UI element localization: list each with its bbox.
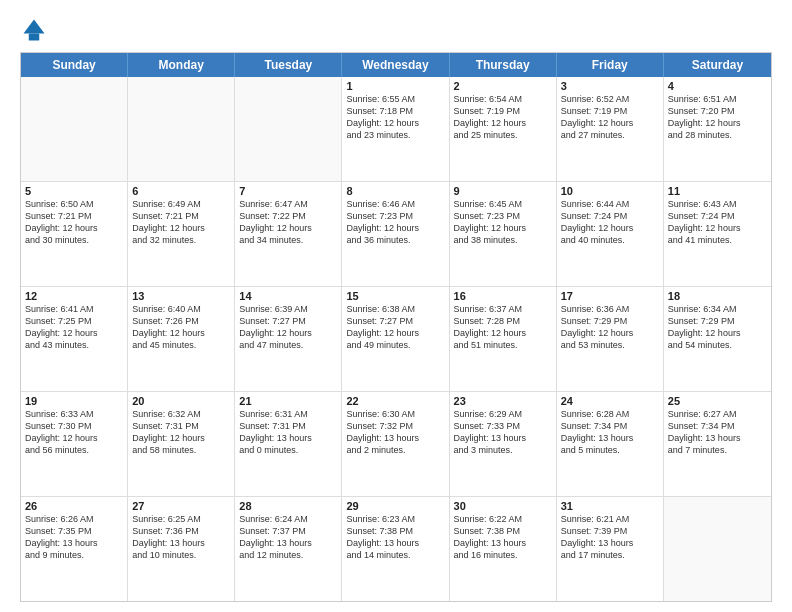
day-number: 19	[25, 395, 123, 407]
empty-cell	[235, 77, 342, 181]
day-cell-8: 8Sunrise: 6:46 AM Sunset: 7:23 PM Daylig…	[342, 182, 449, 286]
day-number: 31	[561, 500, 659, 512]
day-details: Sunrise: 6:52 AM Sunset: 7:19 PM Dayligh…	[561, 93, 659, 142]
day-details: Sunrise: 6:50 AM Sunset: 7:21 PM Dayligh…	[25, 198, 123, 247]
day-cell-19: 19Sunrise: 6:33 AM Sunset: 7:30 PM Dayli…	[21, 392, 128, 496]
day-cell-17: 17Sunrise: 6:36 AM Sunset: 7:29 PM Dayli…	[557, 287, 664, 391]
empty-cell	[21, 77, 128, 181]
week-row-4: 19Sunrise: 6:33 AM Sunset: 7:30 PM Dayli…	[21, 392, 771, 497]
day-cell-16: 16Sunrise: 6:37 AM Sunset: 7:28 PM Dayli…	[450, 287, 557, 391]
day-number: 27	[132, 500, 230, 512]
header-day-friday: Friday	[557, 53, 664, 77]
day-number: 18	[668, 290, 767, 302]
day-details: Sunrise: 6:38 AM Sunset: 7:27 PM Dayligh…	[346, 303, 444, 352]
day-cell-14: 14Sunrise: 6:39 AM Sunset: 7:27 PM Dayli…	[235, 287, 342, 391]
day-number: 23	[454, 395, 552, 407]
day-number: 8	[346, 185, 444, 197]
day-number: 20	[132, 395, 230, 407]
day-number: 9	[454, 185, 552, 197]
day-details: Sunrise: 6:45 AM Sunset: 7:23 PM Dayligh…	[454, 198, 552, 247]
day-number: 15	[346, 290, 444, 302]
header-day-wednesday: Wednesday	[342, 53, 449, 77]
day-details: Sunrise: 6:31 AM Sunset: 7:31 PM Dayligh…	[239, 408, 337, 457]
page: SundayMondayTuesdayWednesdayThursdayFrid…	[0, 0, 792, 612]
day-number: 12	[25, 290, 123, 302]
day-number: 7	[239, 185, 337, 197]
day-cell-24: 24Sunrise: 6:28 AM Sunset: 7:34 PM Dayli…	[557, 392, 664, 496]
day-details: Sunrise: 6:40 AM Sunset: 7:26 PM Dayligh…	[132, 303, 230, 352]
day-number: 14	[239, 290, 337, 302]
day-number: 21	[239, 395, 337, 407]
day-number: 25	[668, 395, 767, 407]
day-cell-13: 13Sunrise: 6:40 AM Sunset: 7:26 PM Dayli…	[128, 287, 235, 391]
day-cell-28: 28Sunrise: 6:24 AM Sunset: 7:37 PM Dayli…	[235, 497, 342, 601]
svg-marker-1	[24, 20, 45, 34]
day-cell-6: 6Sunrise: 6:49 AM Sunset: 7:21 PM Daylig…	[128, 182, 235, 286]
day-details: Sunrise: 6:21 AM Sunset: 7:39 PM Dayligh…	[561, 513, 659, 562]
day-number: 29	[346, 500, 444, 512]
calendar-body: 1Sunrise: 6:55 AM Sunset: 7:18 PM Daylig…	[21, 77, 771, 601]
day-cell-18: 18Sunrise: 6:34 AM Sunset: 7:29 PM Dayli…	[664, 287, 771, 391]
header-day-thursday: Thursday	[450, 53, 557, 77]
day-cell-27: 27Sunrise: 6:25 AM Sunset: 7:36 PM Dayli…	[128, 497, 235, 601]
logo	[20, 16, 52, 44]
empty-cell	[128, 77, 235, 181]
day-number: 28	[239, 500, 337, 512]
day-cell-15: 15Sunrise: 6:38 AM Sunset: 7:27 PM Dayli…	[342, 287, 449, 391]
week-row-1: 1Sunrise: 6:55 AM Sunset: 7:18 PM Daylig…	[21, 77, 771, 182]
day-details: Sunrise: 6:43 AM Sunset: 7:24 PM Dayligh…	[668, 198, 767, 247]
day-number: 2	[454, 80, 552, 92]
calendar-header-row: SundayMondayTuesdayWednesdayThursdayFrid…	[21, 53, 771, 77]
day-cell-26: 26Sunrise: 6:26 AM Sunset: 7:35 PM Dayli…	[21, 497, 128, 601]
day-details: Sunrise: 6:44 AM Sunset: 7:24 PM Dayligh…	[561, 198, 659, 247]
day-cell-4: 4Sunrise: 6:51 AM Sunset: 7:20 PM Daylig…	[664, 77, 771, 181]
day-cell-23: 23Sunrise: 6:29 AM Sunset: 7:33 PM Dayli…	[450, 392, 557, 496]
day-number: 10	[561, 185, 659, 197]
day-cell-22: 22Sunrise: 6:30 AM Sunset: 7:32 PM Dayli…	[342, 392, 449, 496]
day-cell-7: 7Sunrise: 6:47 AM Sunset: 7:22 PM Daylig…	[235, 182, 342, 286]
day-number: 26	[25, 500, 123, 512]
day-details: Sunrise: 6:26 AM Sunset: 7:35 PM Dayligh…	[25, 513, 123, 562]
week-row-3: 12Sunrise: 6:41 AM Sunset: 7:25 PM Dayli…	[21, 287, 771, 392]
day-details: Sunrise: 6:49 AM Sunset: 7:21 PM Dayligh…	[132, 198, 230, 247]
day-cell-25: 25Sunrise: 6:27 AM Sunset: 7:34 PM Dayli…	[664, 392, 771, 496]
day-cell-5: 5Sunrise: 6:50 AM Sunset: 7:21 PM Daylig…	[21, 182, 128, 286]
day-cell-1: 1Sunrise: 6:55 AM Sunset: 7:18 PM Daylig…	[342, 77, 449, 181]
day-details: Sunrise: 6:54 AM Sunset: 7:19 PM Dayligh…	[454, 93, 552, 142]
day-details: Sunrise: 6:22 AM Sunset: 7:38 PM Dayligh…	[454, 513, 552, 562]
day-cell-30: 30Sunrise: 6:22 AM Sunset: 7:38 PM Dayli…	[450, 497, 557, 601]
day-details: Sunrise: 6:29 AM Sunset: 7:33 PM Dayligh…	[454, 408, 552, 457]
day-details: Sunrise: 6:51 AM Sunset: 7:20 PM Dayligh…	[668, 93, 767, 142]
header-day-saturday: Saturday	[664, 53, 771, 77]
day-cell-3: 3Sunrise: 6:52 AM Sunset: 7:19 PM Daylig…	[557, 77, 664, 181]
day-cell-2: 2Sunrise: 6:54 AM Sunset: 7:19 PM Daylig…	[450, 77, 557, 181]
day-details: Sunrise: 6:34 AM Sunset: 7:29 PM Dayligh…	[668, 303, 767, 352]
day-number: 4	[668, 80, 767, 92]
header	[20, 16, 772, 44]
week-row-2: 5Sunrise: 6:50 AM Sunset: 7:21 PM Daylig…	[21, 182, 771, 287]
day-number: 13	[132, 290, 230, 302]
day-details: Sunrise: 6:47 AM Sunset: 7:22 PM Dayligh…	[239, 198, 337, 247]
day-cell-31: 31Sunrise: 6:21 AM Sunset: 7:39 PM Dayli…	[557, 497, 664, 601]
day-details: Sunrise: 6:25 AM Sunset: 7:36 PM Dayligh…	[132, 513, 230, 562]
header-day-tuesday: Tuesday	[235, 53, 342, 77]
day-details: Sunrise: 6:28 AM Sunset: 7:34 PM Dayligh…	[561, 408, 659, 457]
day-details: Sunrise: 6:32 AM Sunset: 7:31 PM Dayligh…	[132, 408, 230, 457]
day-details: Sunrise: 6:24 AM Sunset: 7:37 PM Dayligh…	[239, 513, 337, 562]
day-number: 30	[454, 500, 552, 512]
day-number: 1	[346, 80, 444, 92]
day-number: 5	[25, 185, 123, 197]
day-cell-10: 10Sunrise: 6:44 AM Sunset: 7:24 PM Dayli…	[557, 182, 664, 286]
day-cell-20: 20Sunrise: 6:32 AM Sunset: 7:31 PM Dayli…	[128, 392, 235, 496]
week-row-5: 26Sunrise: 6:26 AM Sunset: 7:35 PM Dayli…	[21, 497, 771, 601]
day-details: Sunrise: 6:30 AM Sunset: 7:32 PM Dayligh…	[346, 408, 444, 457]
day-cell-21: 21Sunrise: 6:31 AM Sunset: 7:31 PM Dayli…	[235, 392, 342, 496]
day-details: Sunrise: 6:41 AM Sunset: 7:25 PM Dayligh…	[25, 303, 123, 352]
logo-icon	[20, 16, 48, 44]
day-details: Sunrise: 6:27 AM Sunset: 7:34 PM Dayligh…	[668, 408, 767, 457]
day-details: Sunrise: 6:36 AM Sunset: 7:29 PM Dayligh…	[561, 303, 659, 352]
svg-rect-2	[29, 34, 40, 41]
day-cell-29: 29Sunrise: 6:23 AM Sunset: 7:38 PM Dayli…	[342, 497, 449, 601]
day-details: Sunrise: 6:37 AM Sunset: 7:28 PM Dayligh…	[454, 303, 552, 352]
day-details: Sunrise: 6:23 AM Sunset: 7:38 PM Dayligh…	[346, 513, 444, 562]
